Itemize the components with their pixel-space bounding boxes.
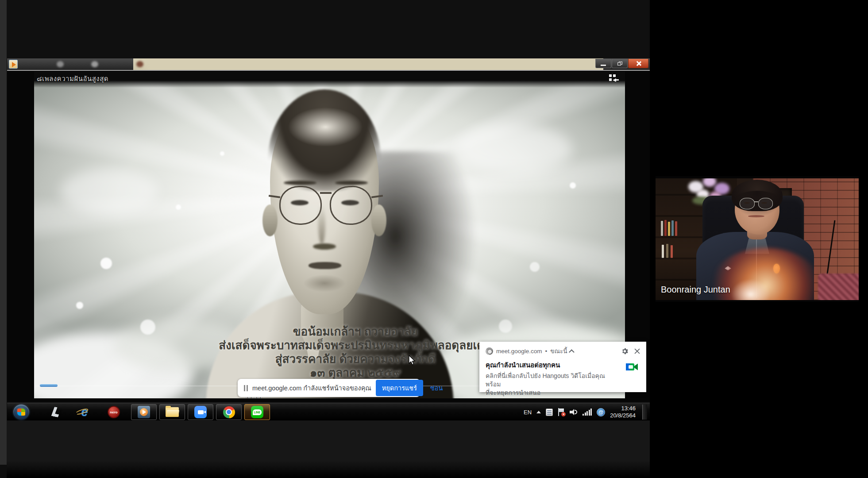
at-tray-icon[interactable]: @ — [597, 408, 605, 416]
participant-name-label: Boonraing Juntan — [661, 285, 730, 295]
portrait-ear — [262, 204, 278, 236]
notification-actions — [621, 348, 640, 355]
titlebar-highlight — [133, 58, 603, 70]
gear-icon[interactable] — [621, 348, 628, 355]
person-hair — [731, 191, 783, 218]
close-button[interactable] — [628, 59, 648, 68]
windows-flag-icon — [17, 409, 25, 416]
window-titlebar[interactable] — [7, 58, 650, 70]
person-lips — [748, 215, 764, 217]
chrome-icon — [486, 347, 493, 355]
screen-share-bar: meet.google.com กำลังแชร์หน้าจอของคุณ หย… — [238, 379, 420, 397]
cloud — [61, 169, 158, 213]
presenting-notification[interactable]: meet.google.com • ขณะนี้ คุณกำลังนำเสนอต… — [479, 342, 646, 392]
pause-icon[interactable] — [244, 385, 248, 391]
notification-body: คลิกที่นี่เพื่อกลับไปยัง Hangouts วิดีโอ… — [486, 372, 618, 397]
portrait-eyebrow — [284, 181, 316, 185]
file-explorer-taskbar-button[interactable] — [159, 404, 185, 420]
action-center-flag-icon[interactable]: x — [558, 408, 565, 416]
notification-header: meet.google.com • ขณะนี้ — [486, 346, 640, 356]
show-desktop-button[interactable] — [642, 405, 647, 420]
bokeh-dot — [570, 182, 576, 189]
titlebar-blob — [91, 61, 98, 67]
minimize-button[interactable] — [595, 59, 611, 68]
mouse-cursor — [409, 355, 416, 366]
bokeh-dot — [100, 258, 112, 269]
stop-sharing-button[interactable]: หยุดการแชร์ — [376, 380, 423, 396]
portrait-ear — [371, 204, 386, 236]
zoom-taskbar-button[interactable] — [188, 404, 213, 420]
titlebar-divider — [7, 70, 650, 71]
titlebar-blob — [57, 61, 64, 67]
bokeh-dot — [76, 302, 83, 309]
seek-bar-progress[interactable] — [40, 384, 58, 387]
clock-time: 13:46 — [610, 405, 636, 412]
internet-explorer-icon[interactable]: e — [77, 405, 92, 419]
share-message: meet.google.com กำลังแชร์หน้าจอของคุณ — [252, 383, 371, 393]
google-meet-call-screen: ๘เพลงความฝันอันสูงสุด ขอน้อมเกล้าฯ ถวายอ… — [0, 0, 868, 478]
tray-document-icon[interactable] — [546, 409, 553, 416]
nero-icon[interactable]: nero — [106, 405, 121, 419]
bokeh-dot — [530, 262, 540, 272]
glasses-lens — [279, 186, 322, 225]
clock-date: 20/8/2564 — [610, 412, 636, 419]
line-icon: LINE — [251, 406, 263, 418]
video-top-dark-band — [34, 72, 625, 88]
media-player-icon — [138, 406, 150, 418]
desktop-background-bottom — [7, 420, 650, 478]
chrome-taskbar-button[interactable] — [216, 404, 242, 420]
windows-taskbar: e nero LINE — [7, 403, 650, 420]
portrait-nose-shadow — [313, 243, 336, 250]
google-meet-icon — [626, 361, 639, 373]
notification-title: คุณกำลังนำเสนอต่อทุกคน — [486, 360, 640, 370]
restore-button[interactable] — [612, 59, 628, 68]
participant-webcam-video: Boonraing Juntan — [656, 178, 859, 300]
zoom-camera-icon — [194, 406, 207, 418]
line-taskbar-button[interactable]: LINE — [244, 404, 270, 420]
notification-source: meet.google.com — [496, 348, 542, 355]
portrait-eyebrow — [335, 181, 368, 185]
folder-icon — [166, 407, 179, 417]
taskbar-clock[interactable]: 13:46 20/8/2564 — [610, 405, 637, 419]
media-player-app-icon[interactable] — [9, 60, 18, 69]
person-glasses-lens — [758, 198, 773, 209]
video-title-caption: ๘เพลงความฝันอันสูงสุด — [37, 73, 108, 84]
person-glasses-lens — [740, 198, 754, 209]
close-icon[interactable] — [634, 348, 640, 354]
participant-video-tile[interactable]: Boonraing Juntan — [656, 176, 859, 302]
person-glasses-bridge — [754, 201, 758, 202]
portrait-chin-shadow — [303, 274, 346, 292]
pinned-app-icon[interactable] — [49, 405, 64, 419]
screen-left-edge — [0, 0, 7, 465]
switch-to-library-icon[interactable] — [609, 74, 620, 82]
desktop-background-top — [7, 0, 650, 59]
chevron-up-icon[interactable] — [569, 349, 575, 355]
portrait-nose — [318, 204, 325, 244]
media-player-taskbar-button[interactable] — [131, 404, 157, 420]
portrait-forehead — [288, 107, 363, 147]
chrome-icon — [223, 406, 235, 418]
l-shaped-app-icon — [51, 407, 61, 417]
memorial-line: ขอน้อมเกล้าฯ ถวายอาลัย — [34, 325, 625, 339]
shared-screen-region: ๘เพลงความฝันอันสูงสุด ขอน้อมเกล้าฯ ถวายอ… — [0, 0, 650, 478]
notification-time: ขณะนี้ — [550, 346, 567, 356]
show-hidden-icons-caret[interactable] — [536, 411, 541, 413]
system-tray: EN x @ 13:46 20/8/2564 — [524, 403, 647, 421]
start-button[interactable] — [13, 405, 29, 420]
language-indicator[interactable]: EN — [524, 409, 532, 416]
titlebar-blob — [136, 61, 143, 67]
glasses-bridge — [320, 192, 332, 194]
bokeh-dot — [176, 204, 181, 210]
volume-icon[interactable] — [570, 409, 578, 416]
network-signal-icon[interactable] — [583, 409, 592, 416]
portrait-lips — [309, 262, 341, 269]
hide-link[interactable]: ซ่อน — [428, 381, 445, 395]
